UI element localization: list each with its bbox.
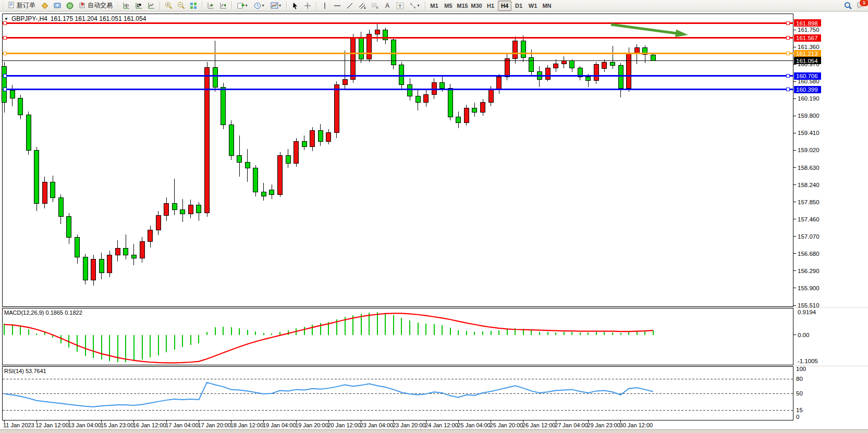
candle[interactable] (278, 156, 283, 195)
periods-button[interactable]: ▾ (251, 1, 267, 11)
candle[interactable] (237, 156, 242, 163)
candle[interactable] (51, 182, 55, 197)
candle[interactable] (261, 192, 266, 196)
candle[interactable] (286, 156, 290, 164)
candle[interactable] (2, 66, 7, 103)
candle[interactable] (513, 41, 518, 58)
candle[interactable] (594, 64, 598, 80)
candle[interactable] (375, 30, 380, 34)
candle[interactable] (505, 58, 509, 77)
candle[interactable] (415, 96, 420, 103)
horizontal-line-tool-icon[interactable] (331, 1, 344, 11)
candle[interactable] (229, 125, 234, 155)
zoom-in-icon[interactable] (162, 1, 175, 11)
timeframe-h4[interactable]: H4 (498, 1, 511, 11)
auto-scroll-icon[interactable] (204, 1, 217, 11)
candle[interactable] (10, 90, 15, 98)
candle[interactable] (83, 257, 88, 280)
tile-windows-icon[interactable] (187, 1, 200, 11)
candle[interactable] (399, 65, 404, 85)
candle[interactable] (602, 63, 607, 69)
timeframe-m5[interactable]: M5 (442, 1, 455, 11)
candle[interactable] (18, 98, 23, 115)
notifications-button[interactable]: 1 (854, 1, 867, 11)
candle[interactable] (253, 168, 258, 192)
trendline-tool-icon[interactable] (344, 1, 356, 11)
candle[interactable] (197, 205, 201, 213)
auto-trading-button[interactable]: 自动交易 (76, 1, 116, 11)
candle[interactable] (75, 237, 80, 257)
text-label-tool-icon[interactable]: T (394, 1, 406, 11)
timeframe-mn[interactable]: MN (540, 1, 554, 11)
candle[interactable] (545, 68, 550, 80)
arrows-tool-button[interactable]: ▾ (406, 1, 423, 11)
candle[interactable] (610, 63, 615, 66)
timeframe-m15[interactable]: M15 (456, 1, 469, 11)
candle[interactable] (107, 255, 112, 273)
candle[interactable] (172, 203, 177, 209)
timeframe-w1[interactable]: W1 (526, 1, 540, 11)
bar-chart-mode-icon[interactable] (120, 1, 132, 11)
candle[interactable] (408, 85, 412, 96)
candle[interactable] (294, 141, 299, 163)
candle[interactable] (472, 108, 477, 112)
fibonacci-tool-icon[interactable]: F (369, 1, 381, 11)
candle[interactable] (627, 54, 631, 89)
candle[interactable] (140, 242, 144, 258)
new-chart-button[interactable]: ▾ (234, 1, 251, 11)
candlestick-mode-icon[interactable] (132, 1, 145, 11)
candle[interactable] (497, 77, 502, 90)
candle[interactable] (529, 57, 534, 71)
candle[interactable] (554, 64, 558, 68)
candle[interactable] (124, 249, 128, 255)
vertical-line-tool-icon[interactable] (319, 1, 331, 11)
candle[interactable] (213, 67, 217, 87)
templates-button[interactable]: ▾ (267, 1, 284, 11)
candle[interactable] (586, 77, 591, 81)
candle[interactable] (561, 60, 566, 64)
timeframe-m30[interactable]: M30 (470, 1, 483, 11)
timeframe-h1[interactable]: H1 (484, 1, 497, 11)
candle[interactable] (488, 89, 493, 102)
candle[interactable] (651, 55, 655, 60)
toolbar-grip[interactable] (117, 2, 119, 10)
candle[interactable] (180, 209, 185, 214)
candle[interactable] (618, 66, 623, 89)
candle[interactable] (391, 40, 396, 65)
candle[interactable] (270, 190, 274, 194)
candle[interactable] (448, 89, 453, 117)
equidistant-channel-tool-icon[interactable]: E (356, 1, 369, 11)
candle[interactable] (440, 83, 445, 89)
timeframe-d1[interactable]: D1 (512, 1, 525, 11)
candle[interactable] (164, 203, 169, 215)
candle[interactable] (359, 39, 363, 59)
candle[interactable] (326, 133, 331, 142)
toolbar-grip[interactable] (2, 2, 4, 10)
chart-canvas[interactable]: 161.750161.360160.970160.580160.190159.8… (0, 11, 868, 433)
candle[interactable] (334, 85, 339, 133)
candle[interactable] (464, 108, 469, 122)
timeframe-m1[interactable]: M1 (427, 1, 441, 11)
candle[interactable] (67, 217, 71, 238)
candle[interactable] (156, 215, 161, 230)
chart-shift-icon[interactable] (217, 1, 229, 11)
candle[interactable] (99, 259, 104, 273)
candle[interactable] (351, 39, 356, 80)
cursor-tool-icon[interactable] (289, 1, 301, 11)
candle[interactable] (318, 130, 323, 141)
candle[interactable] (343, 80, 347, 85)
chart-window[interactable]: 161.750161.360160.970160.580160.190159.8… (0, 11, 868, 433)
candle[interactable] (521, 41, 525, 57)
candle[interactable] (221, 87, 226, 125)
radar-icon[interactable] (64, 1, 76, 11)
candle[interactable] (245, 162, 250, 168)
candle[interactable] (34, 150, 39, 203)
candle[interactable] (570, 60, 574, 68)
market-watch-icon[interactable] (39, 1, 51, 11)
candle[interactable] (188, 205, 193, 214)
candle[interactable] (131, 255, 136, 258)
new-order-button[interactable]: 新订单 (5, 1, 39, 11)
text-tool-icon[interactable]: A (381, 1, 394, 11)
profiles-icon[interactable] (51, 1, 64, 11)
candle[interactable] (302, 141, 307, 146)
